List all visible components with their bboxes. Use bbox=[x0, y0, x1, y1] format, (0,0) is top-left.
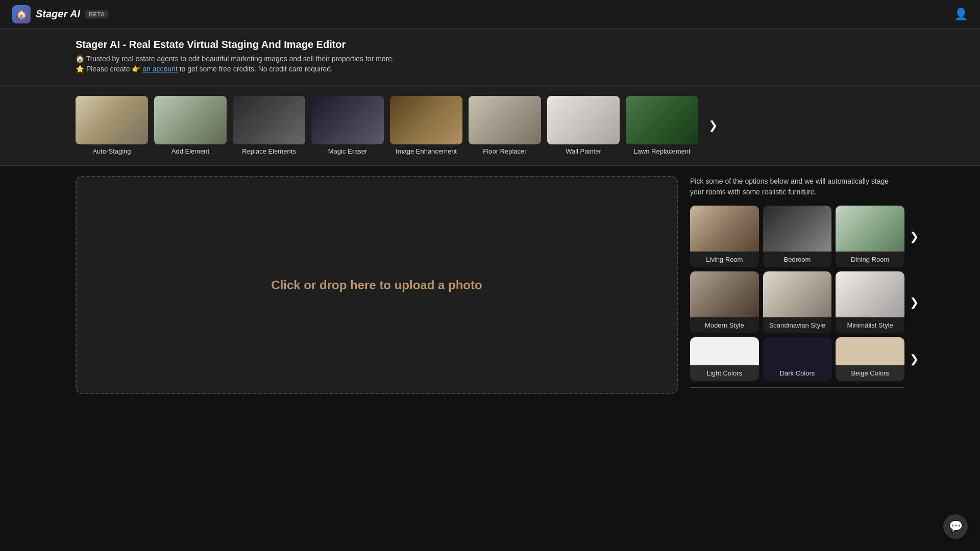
tools-next-arrow[interactable]: ❯ bbox=[704, 115, 722, 136]
upload-text: Click or drop here to upload a photo bbox=[271, 278, 482, 292]
banner-suffix: to get some free credits. No credit card… bbox=[180, 65, 333, 73]
banner-line2: ⭐ Please create 👉 an account to get some… bbox=[76, 65, 904, 73]
banner-prefix: Please create 👉 bbox=[86, 65, 141, 73]
right-panel: Pick some of the options below and we wi… bbox=[690, 176, 904, 394]
tools-section: Auto-Staging Add Element Replace Element… bbox=[0, 86, 980, 166]
style-row: Modern Style Scandinavian Style Minimali… bbox=[690, 271, 904, 333]
color-row: Light Colors Dark Colors Beige Colors ❯ bbox=[690, 337, 904, 381]
banner: Stager AI - Real Estate Virtual Staging … bbox=[0, 29, 980, 86]
color-light[interactable]: Light Colors bbox=[690, 337, 759, 381]
logo-text: Stager AI bbox=[36, 8, 80, 20]
style-scandinavian[interactable]: Scandinavian Style bbox=[763, 271, 832, 333]
color-beige-label: Beige Colors bbox=[836, 365, 904, 381]
banner-emoji2: ⭐ bbox=[76, 65, 84, 73]
beta-badge: BETA bbox=[85, 10, 108, 18]
logo-emoji: 🏠 bbox=[16, 9, 27, 20]
tool-auto-staging[interactable]: Auto-Staging bbox=[76, 96, 148, 155]
room-type-row: Living Room Bedroom Dining Room ❯ bbox=[690, 206, 904, 267]
main-content: Click or drop here to upload a photo Pic… bbox=[0, 166, 980, 404]
style-minimalist[interactable]: Minimalist Style bbox=[836, 271, 904, 333]
color-light-label: Light Colors bbox=[690, 365, 759, 381]
tool-add-element[interactable]: Add Element bbox=[154, 96, 227, 155]
chat-button[interactable]: 💬 bbox=[943, 514, 968, 539]
color-next-arrow[interactable]: ❯ bbox=[910, 353, 919, 366]
tool-label: Wall Painter bbox=[566, 147, 601, 155]
header-left: 🏠 Stager AI BETA bbox=[12, 5, 108, 23]
tool-floor-replacer[interactable]: Floor Replacer bbox=[469, 96, 541, 155]
room-dining-label: Dining Room bbox=[836, 252, 904, 267]
logo-icon: 🏠 bbox=[12, 5, 31, 23]
tool-label: Replace Elements bbox=[242, 147, 296, 155]
color-dark-label: Dark Colors bbox=[763, 365, 832, 381]
tool-label: Image Enhancement bbox=[396, 147, 457, 155]
room-living-label: Living Room bbox=[690, 252, 759, 267]
room-living[interactable]: Living Room bbox=[690, 206, 759, 267]
panel-divider bbox=[690, 387, 904, 388]
account-link[interactable]: an account bbox=[142, 65, 178, 73]
banner-title: Stager AI - Real Estate Virtual Staging … bbox=[76, 39, 904, 51]
panel-description: Pick some of the options below and we wi… bbox=[690, 176, 904, 197]
style-modern-label: Modern Style bbox=[690, 317, 759, 333]
banner-text1: Trusted by real estate agents to edit be… bbox=[86, 55, 394, 63]
room-bedroom[interactable]: Bedroom bbox=[763, 206, 832, 267]
room-dining[interactable]: Dining Room bbox=[836, 206, 904, 267]
tool-label: Floor Replacer bbox=[483, 147, 526, 155]
banner-line1: 🏠 Trusted by real estate agents to edit … bbox=[76, 55, 904, 63]
upload-area[interactable]: Click or drop here to upload a photo bbox=[76, 176, 678, 394]
color-beige[interactable]: Beige Colors bbox=[836, 337, 904, 381]
room-bedroom-label: Bedroom bbox=[763, 252, 832, 267]
tool-magic-eraser[interactable]: Magic Eraser bbox=[311, 96, 384, 155]
tool-replace-elements[interactable]: Replace Elements bbox=[233, 96, 305, 155]
tools-row: Auto-Staging Add Element Replace Element… bbox=[76, 96, 904, 155]
tool-wall-painter[interactable]: Wall Painter bbox=[547, 96, 620, 155]
tool-image-enhancement[interactable]: Image Enhancement bbox=[390, 96, 462, 155]
tool-label: Add Element bbox=[172, 147, 209, 155]
tool-label: Lawn Replacement bbox=[633, 147, 690, 155]
tool-label: Magic Eraser bbox=[328, 147, 368, 155]
color-dark[interactable]: Dark Colors bbox=[763, 337, 832, 381]
style-modern[interactable]: Modern Style bbox=[690, 271, 759, 333]
style-next-arrow[interactable]: ❯ bbox=[910, 296, 919, 309]
style-minimalist-label: Minimalist Style bbox=[836, 317, 904, 333]
room-next-arrow[interactable]: ❯ bbox=[910, 230, 919, 243]
tool-lawn-replacement[interactable]: Lawn Replacement bbox=[626, 96, 698, 155]
user-icon[interactable]: 👤 bbox=[954, 8, 968, 21]
tool-label: Auto-Staging bbox=[92, 147, 131, 155]
style-scandinavian-label: Scandinavian Style bbox=[763, 317, 832, 333]
banner-emoji1: 🏠 bbox=[76, 55, 84, 63]
header: 🏠 Stager AI BETA 👤 bbox=[0, 0, 980, 29]
